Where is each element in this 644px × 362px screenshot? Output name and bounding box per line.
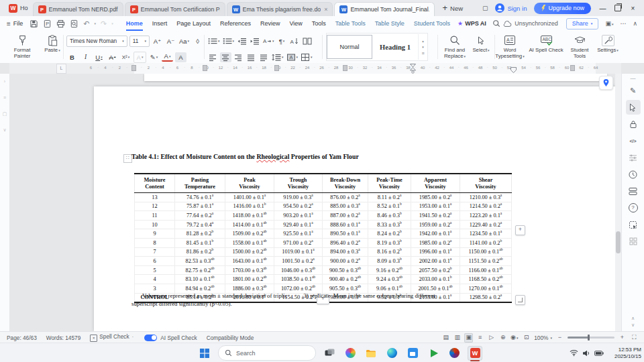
underline-button[interactable]: U▾: [93, 52, 105, 62]
rail-icon[interactable]: ▢: [3, 111, 7, 116]
document-tab[interactable]: PEmmanuel Tom Certification Page.pd: [125, 2, 225, 16]
more-options-icon[interactable]: ⋯: [620, 20, 626, 27]
horizontal-ruler[interactable]: L 24624681012141618202224262830323436384…: [9, 63, 621, 74]
borders-button[interactable]: ▾: [300, 52, 313, 62]
table-cell[interactable]: 896.40 ± 0.2a: [323, 238, 368, 247]
apps-grid-icon[interactable]: [626, 234, 641, 249]
cursor-select-icon[interactable]: [626, 100, 641, 115]
superscript-button[interactable]: X²▾: [120, 52, 131, 62]
table-cell[interactable]: 84.94 ± 0.2ab: [175, 284, 225, 293]
row-label-cell[interactable]: 7: [135, 247, 175, 257]
next-page-button[interactable]: ∨: [631, 322, 635, 328]
table-cell[interactable]: 1953.00 ± 0.1a: [411, 202, 460, 211]
table-cell[interactable]: 1038.50 ± 0.1ab: [274, 275, 323, 284]
table-cell[interactable]: 81.28 ± 0.2b: [175, 229, 225, 239]
document-page[interactable]: ∷ Table 4.1: Effect of Moisture Content …: [94, 86, 617, 331]
table-cell[interactable]: 1509.00 ± 0.2ab: [225, 229, 274, 239]
decrease-font-button[interactable]: A⁻: [165, 36, 176, 46]
table-cell[interactable]: 82.75 ± 0.2ab: [175, 265, 225, 275]
data-table[interactable]: Moisture ContentPasting TemperaturePeak …: [134, 173, 512, 303]
table-cell[interactable]: 905.50 ± 0.3ab: [323, 284, 368, 293]
table-cell[interactable]: 9.16 ± 0.2ab: [368, 265, 411, 275]
table-cell[interactable]: 9.06 ± 0.1ab: [368, 284, 411, 293]
table-cell[interactable]: 1703.00 ± 0.3ab: [225, 265, 274, 275]
menu-tab-page-layout[interactable]: Page Layout: [172, 16, 215, 31]
rail-icon[interactable]: ≡: [3, 95, 6, 100]
gallery-more-icon[interactable]: ≡: [421, 51, 424, 56]
style-card-normal[interactable]: Normal: [327, 35, 372, 59]
page-indicator[interactable]: Page: 46/63: [7, 335, 37, 341]
table-column-marker[interactable]: [131, 65, 136, 71]
row-label-cell[interactable]: 12: [135, 202, 175, 211]
paragraph-mark-button[interactable]: ¶▾: [276, 36, 288, 46]
redo-button[interactable]: ↷: [101, 20, 107, 27]
history-clock-icon[interactable]: [626, 167, 641, 182]
right-indent-marker[interactable]: [511, 67, 517, 73]
sidebar-toggle-icon[interactable]: ▣▾: [605, 20, 613, 27]
table-cell[interactable]: 1223.20 ± 0.1a: [460, 211, 512, 221]
row-label-cell[interactable]: 6: [135, 257, 175, 266]
table-cell[interactable]: 925.50 ± 0.1a: [274, 229, 323, 239]
minimize-button[interactable]: —: [598, 5, 607, 12]
row-label-cell[interactable]: 9: [135, 229, 175, 239]
table-cell[interactable]: 2002.00 ± 0.1a: [411, 257, 460, 266]
restore-button[interactable]: [614, 5, 621, 11]
table-cell[interactable]: 903.20 ± 0.1a: [274, 211, 323, 221]
align-left-button[interactable]: [207, 52, 219, 62]
table-cell[interactable]: 8.33 ± 0.3b: [368, 220, 411, 229]
format-painter-button[interactable]: Format Painter: [7, 31, 38, 63]
table-cell[interactable]: 8.24 ± 0.2b: [368, 229, 411, 239]
redo-dropdown-icon[interactable]: ▾: [111, 21, 113, 25]
taskbar-app-file-explorer[interactable]: [364, 346, 378, 361]
table-cell[interactable]: 8.11 ± 0.2a: [368, 193, 411, 202]
char-border-button[interactable]: A▾: [133, 52, 146, 63]
align-right-button[interactable]: [233, 52, 244, 62]
table-cell[interactable]: 900.00 ± 0.2a: [323, 257, 368, 266]
document-workspace[interactable]: ›≡▢∨ ∷ Table 4.1: Effect of Moisture Con…: [0, 74, 644, 331]
table-cell[interactable]: 8.09 ± 0.3b: [368, 257, 411, 266]
menu-tab-table-style[interactable]: Table Style: [370, 16, 409, 31]
document-tab[interactable]: WEma Thesis plagarism free.do×: [227, 2, 333, 16]
big-button-select[interactable]: Select▾: [470, 31, 492, 63]
zoom-level-button[interactable]: 100%▾: [534, 335, 552, 341]
table-cell[interactable]: 894.00 ± 0.3a: [323, 247, 368, 257]
style-card-heading-1[interactable]: Heading 1: [372, 35, 418, 59]
big-button-word-typesetting[interactable]: AWord Typesetting▾: [492, 31, 527, 63]
tab-stop-selector[interactable]: L: [56, 64, 66, 74]
table-resize-handle[interactable]: [515, 295, 525, 305]
table-cell[interactable]: 8.19 ± 0.3b: [368, 238, 411, 247]
table-cell[interactable]: 1270.00 ± 0.1ab: [460, 284, 512, 293]
menu-tab-review[interactable]: Review: [256, 16, 285, 31]
taskbar-app-wps-office[interactable]: W: [468, 346, 482, 361]
table-cell[interactable]: 1229.40 ± 0.2a: [460, 220, 512, 229]
strikethrough-button[interactable]: A▾: [107, 52, 118, 62]
wps-ai-button[interactable]: ★ WPS AI: [458, 20, 486, 27]
layout-switch-icon[interactable]: ▢: [482, 5, 488, 11]
undo-dropdown-icon[interactable]: ▾: [95, 21, 97, 25]
font-color-button[interactable]: A▾: [162, 52, 173, 62]
change-case-button[interactable]: Aa▾: [178, 36, 190, 46]
outdent-button[interactable]: [236, 36, 248, 46]
table-cell[interactable]: 74.76 ± 0.1a: [175, 193, 225, 202]
highlight-color-button[interactable]: ✎▾: [148, 52, 160, 62]
increase-font-button[interactable]: A⁺: [152, 36, 163, 46]
table-cell[interactable]: 971.00 ± 0.2a: [274, 238, 323, 247]
table-cell[interactable]: 8.16 ± 0.2b: [368, 247, 411, 257]
start-button[interactable]: [197, 346, 212, 361]
table-cell[interactable]: 1500.00 ± 0.2ab: [225, 247, 274, 257]
document-tab[interactable]: WEmmanuel Tom Journal_Final.docx: [334, 2, 435, 16]
focus-mode-button[interactable]: ⊡: [522, 333, 531, 342]
table-cell[interactable]: 1801.00 ± 0.2ab: [225, 275, 274, 284]
wifi-icon[interactable]: [570, 349, 578, 357]
menu-tab-insert[interactable]: Insert: [148, 16, 172, 31]
file-menu-button[interactable]: ≡ File: [7, 20, 23, 27]
zoom-out-button[interactable]: −: [555, 333, 564, 342]
spell-check-toggle[interactable]: ×Spell Check·: [90, 333, 133, 342]
table-cell[interactable]: 9.24 ± 0.3ab: [368, 275, 411, 284]
fullscreen-button[interactable]: ⛶: [630, 333, 639, 342]
distribute-button[interactable]: [258, 52, 270, 62]
big-button-ai-spell-check[interactable]: ABCAI Spell Check: [527, 31, 565, 63]
table-cell[interactable]: 1643.00 ± 0.1ab: [225, 257, 274, 266]
table-cell[interactable]: 1151.50 ± 0.2ab: [460, 257, 512, 266]
volume-icon[interactable]: [582, 350, 590, 357]
